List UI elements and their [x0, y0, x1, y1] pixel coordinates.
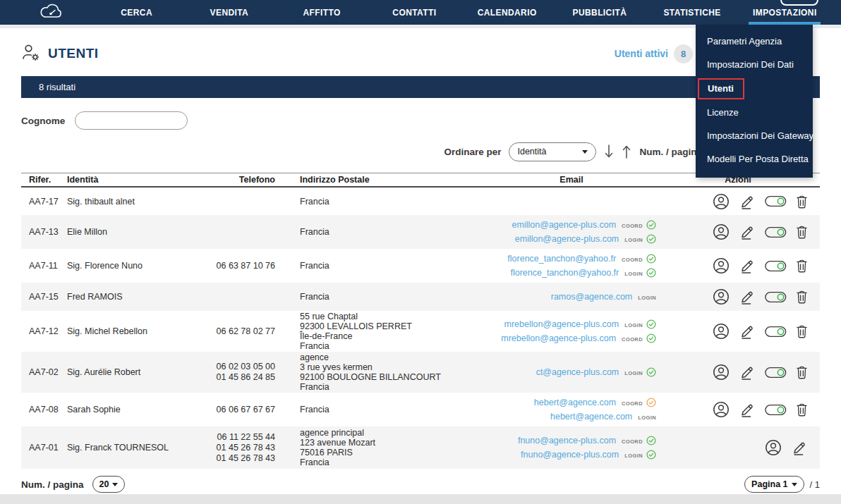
address-line: Francia	[300, 382, 487, 392]
delete-icon[interactable]	[796, 402, 808, 417]
toggle-active-icon[interactable]	[765, 404, 787, 416]
user-profile-icon[interactable]	[713, 288, 730, 305]
cell-azioni	[656, 257, 820, 274]
rifer-value: AA7-13	[29, 227, 59, 237]
cell-rifer: AA7-01	[21, 443, 67, 453]
address-line: 75016 PARIS	[300, 448, 487, 457]
delete-icon[interactable]	[796, 290, 808, 304]
cell-azioni	[656, 323, 820, 340]
cell-identita: Fred RAMOIS	[67, 292, 208, 302]
toggle-active-icon[interactable]	[765, 195, 787, 207]
cell-identita: Sig. Aurélie Robert	[67, 367, 208, 377]
email-link[interactable]: fnuno@agence-plus.com	[518, 436, 616, 445]
delete-icon[interactable]	[796, 195, 808, 209]
email-link[interactable]: emillon@agence-plus.com	[515, 234, 619, 244]
phone-value: 06 63 87 10 76	[208, 261, 275, 271]
delete-icon[interactable]	[796, 324, 808, 338]
app-logo[interactable]	[37, 1, 65, 24]
user-profile-icon[interactable]	[765, 439, 782, 456]
nav-item-contatti[interactable]: CONTATTI	[368, 0, 461, 25]
toggle-active-icon[interactable]	[765, 367, 787, 379]
top-right-button[interactable]	[780, 0, 818, 6]
sort-field-select[interactable]: Identità	[509, 142, 596, 161]
nav-item-pubblicita[interactable]: PUBBLICITÀ	[553, 0, 646, 25]
user-profile-icon[interactable]	[713, 193, 730, 210]
toggle-active-icon[interactable]	[765, 260, 787, 272]
email-link[interactable]: ramos@agence.com	[551, 292, 633, 302]
check-icon	[646, 234, 656, 244]
email-link[interactable]: hebert@agence.com	[550, 412, 632, 422]
sort-descending-arrow-icon[interactable]	[604, 144, 614, 159]
check-icon	[646, 319, 656, 329]
edit-icon[interactable]	[739, 401, 756, 418]
rifer-value: AA7-17	[29, 197, 59, 207]
email-entry: emillon@agence-plus.comLOGIN	[515, 234, 656, 244]
cell-telefono: 06 11 22 55 4401 45 26 78 4301 45 26 78 …	[208, 432, 275, 464]
email-link[interactable]: mrebellon@agence-plus.com	[504, 319, 619, 329]
cognome-label: Cognome	[21, 116, 65, 126]
email-link[interactable]: fnuno@agence-plus.com	[521, 450, 619, 460]
edit-icon[interactable]	[739, 257, 756, 274]
sort-ascending-arrow-icon[interactable]	[622, 144, 631, 159]
user-profile-icon[interactable]	[713, 364, 730, 381]
edit-icon[interactable]	[791, 439, 808, 456]
menu-item-licenze[interactable]: Licenze	[696, 101, 813, 124]
email-link[interactable]: hebert@agence.com	[534, 398, 616, 407]
cell-indirizzo: Francia	[275, 227, 487, 237]
email-link[interactable]: florence_tanchon@yahoo.fr	[510, 268, 619, 278]
nav-item-calendario[interactable]: CALENDARIO	[461, 0, 553, 25]
toggle-active-icon[interactable]	[765, 291, 787, 303]
delete-icon[interactable]	[796, 259, 808, 273]
header-rifer: Rifer.	[21, 175, 67, 185]
toggle-active-icon[interactable]	[765, 326, 787, 338]
check-icon	[646, 268, 656, 278]
email-link[interactable]: emillon@agence-plus.com	[512, 220, 616, 230]
cell-indirizzo: Francia	[275, 261, 487, 271]
menu-item-impostazioni-dei-dati[interactable]: Impostazioni Dei Dati	[696, 53, 813, 76]
menu-item-utenti[interactable]: Utenti	[696, 76, 813, 101]
per-page-select[interactable]: 20	[92, 476, 126, 493]
menu-item-parametri-agenzia[interactable]: Parametri Agenzia	[696, 30, 813, 53]
active-users-link[interactable]: Utenti attivi	[615, 48, 668, 59]
address-line: Francia	[300, 457, 487, 467]
delete-icon[interactable]	[796, 225, 808, 239]
edit-icon[interactable]	[739, 193, 756, 210]
email-entry: florence_tanchon@yahoo.frLOGIN	[510, 268, 656, 278]
table-row: AA7-17Sig. thibault alnetFrancia	[21, 188, 820, 215]
delete-icon[interactable]	[796, 365, 808, 379]
table-row: AA7-12Sig. Michel Rebellon06 62 78 02 77…	[21, 311, 820, 352]
toggle-active-icon[interactable]	[765, 226, 787, 238]
rifer-value: AA7-01	[29, 443, 59, 453]
email-type-tag: COORD	[622, 336, 643, 343]
address-line: 55 rue Chaptal	[300, 312, 487, 321]
address-line: Francia	[300, 341, 487, 351]
nav-item-cerca[interactable]: CERCA	[90, 0, 183, 25]
cognome-input[interactable]	[75, 111, 188, 130]
menu-item-modelli-per-posta-diretta[interactable]: Modelli Per Posta Diretta	[696, 147, 813, 171]
nav-item-label: CONTATTI	[392, 8, 436, 18]
nav-item-label: IMPOSTAZIONI	[753, 8, 817, 18]
nav-item-vendita[interactable]: VENDITA	[183, 0, 275, 25]
user-profile-icon[interactable]	[713, 223, 730, 240]
menu-item-impostazioni-dei-gateway[interactable]: Impostazioni Dei Gateway	[696, 124, 813, 147]
user-profile-icon[interactable]	[713, 323, 730, 340]
pagination-row: Num. / pagina 20 Pagina 1 / 1	[21, 475, 820, 493]
nav-item-statistiche[interactable]: STATISTICHE	[646, 0, 739, 25]
email-type-tag: LOGIN	[624, 370, 643, 376]
user-profile-icon[interactable]	[713, 257, 730, 274]
edit-icon[interactable]	[739, 223, 756, 240]
menu-item-label: Modelli Per Posta Diretta	[707, 154, 809, 164]
email-link[interactable]: mrebellon@agence-plus.com	[501, 333, 616, 343]
nav-item-affitto[interactable]: AFFITTO	[276, 0, 368, 25]
phone-value: 06 62 78 02 77	[208, 326, 275, 337]
edit-icon[interactable]	[739, 364, 756, 381]
email-link[interactable]: ct@agence-plus.com	[536, 367, 619, 377]
edit-icon[interactable]	[739, 288, 756, 305]
phone-value: 01 45 86 24 85	[208, 372, 275, 383]
page-select[interactable]: Pagina 1	[744, 476, 804, 493]
user-profile-icon[interactable]	[713, 401, 730, 418]
email-link[interactable]: florence_tanchon@yahoo.fr	[507, 254, 616, 264]
edit-icon[interactable]	[739, 323, 756, 340]
address-line: 123 avenue Mozart	[300, 438, 487, 448]
cell-azioni	[656, 193, 820, 210]
